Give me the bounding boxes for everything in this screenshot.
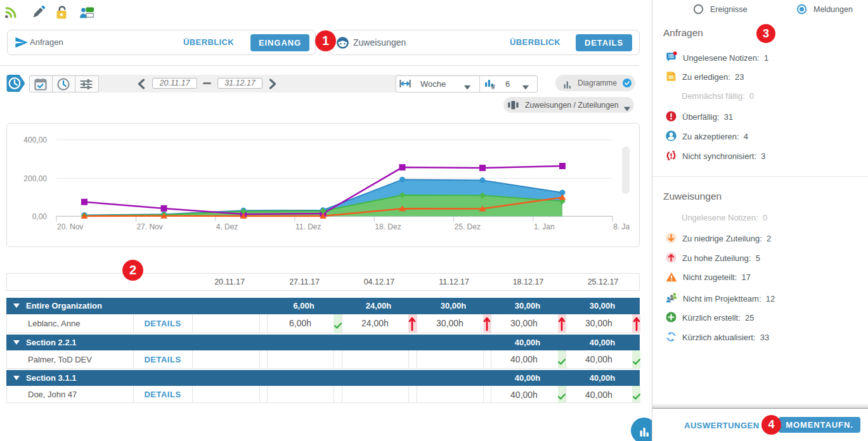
svg-text:#: # [491,84,495,90]
svg-text:25. Dez: 25. Dez [455,222,481,231]
svg-text:0,00: 0,00 [32,212,48,221]
svg-text:200,00: 200,00 [23,174,47,183]
svg-text:1. Jan: 1. Jan [534,222,555,231]
svg-text:8. Ja: 8. Ja [613,222,630,231]
svg-text:400,00: 400,00 [23,136,47,144]
svg-text:18. Dez: 18. Dez [375,222,401,231]
svg-text:20. Nov: 20. Nov [57,222,83,231]
svg-text:4. Dez: 4. Dez [216,222,238,231]
svg-text:11. Dez: 11. Dez [295,222,321,231]
svg-text:27. Nov: 27. Nov [136,222,162,231]
